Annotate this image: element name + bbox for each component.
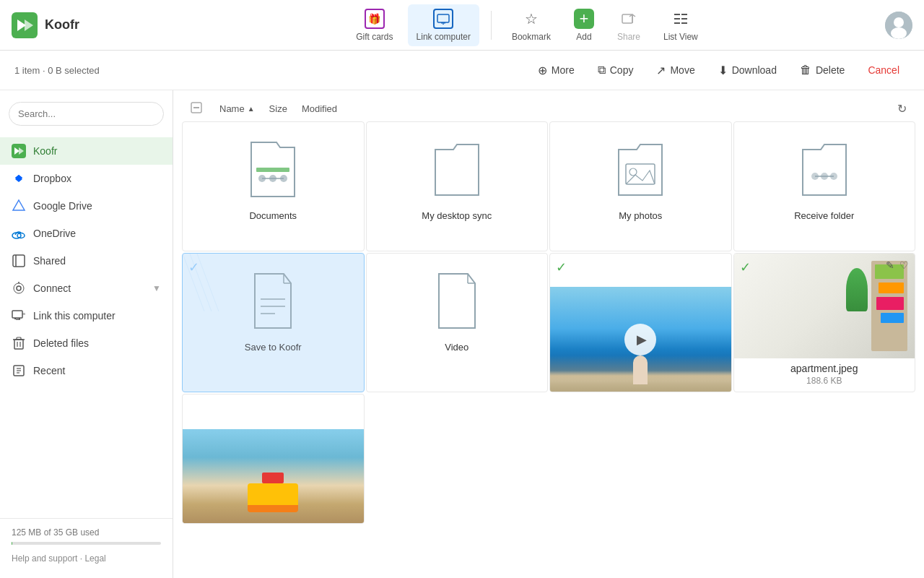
sidebar-item-label: Recent	[33, 365, 65, 376]
sidebar-item-label: Google Drive	[33, 200, 92, 212]
delete-button[interactable]: 🗑 Delete	[790, 59, 855, 81]
separator	[491, 11, 492, 40]
selected-checkmark: ✓	[188, 259, 199, 275]
svg-rect-10	[674, 18, 680, 20]
sidebar-item-label: OneDrive	[33, 228, 76, 239]
storage-bar-fill	[12, 542, 12, 545]
list-view-icon	[671, 9, 691, 29]
sidebar-item-onedrive[interactable]: OneDrive	[0, 220, 173, 247]
sidebar-item-label: Deleted files	[33, 337, 89, 349]
sidebar-item-connect[interactable]: Connect ▼	[0, 275, 173, 302]
list-item[interactable]: Video	[366, 253, 549, 392]
topbar-right	[869, 12, 912, 39]
list-item[interactable]: Receive folder	[733, 121, 916, 251]
share-icon	[619, 9, 639, 29]
edit-icon: ✎	[886, 259, 894, 271]
selected-checkmark-green2: ✓	[740, 259, 751, 275]
search-input[interactable]	[9, 102, 164, 126]
topbar: Koofr 🎁 Gift cards Link computer ☆ Bookm…	[0, 0, 924, 51]
add-icon: +	[574, 9, 594, 29]
main: Koofr Dropbox Google Drive OneDrive	[0, 90, 924, 578]
selected-checkmark-green: ✓	[556, 259, 567, 275]
svg-marker-20	[13, 200, 25, 210]
sidebar-item-label: Koofr	[33, 145, 57, 157]
link-this-computer-icon	[12, 309, 26, 323]
gift-cards-button[interactable]: 🎁 Gift cards	[347, 4, 401, 46]
svg-rect-13	[681, 22, 687, 24]
sidebar-item-shared[interactable]: Shared	[0, 247, 173, 275]
sidebar-bottom: 125 MB of 35 GB used Help and support · …	[0, 518, 173, 572]
svg-rect-44	[256, 168, 289, 172]
svg-line-57	[197, 254, 219, 311]
column-size[interactable]: Size	[269, 103, 287, 114]
move-button[interactable]: ↗ Move	[646, 59, 705, 82]
svg-rect-4	[441, 22, 445, 24]
list-item[interactable]: My desktop sync	[366, 121, 549, 251]
svg-rect-23	[13, 255, 25, 267]
koofr-icon	[12, 144, 26, 158]
add-button[interactable]: + Add	[565, 4, 603, 46]
svg-point-16	[891, 27, 907, 39]
file-video-icon	[428, 268, 486, 333]
svg-point-50	[629, 168, 637, 176]
svg-rect-37	[17, 337, 21, 340]
select-all-checkbox[interactable]	[191, 102, 205, 116]
file-name: Save to Koofr	[245, 342, 302, 353]
svg-point-26	[14, 283, 24, 293]
chevron-down-icon: ▼	[152, 283, 161, 293]
bookmark-button[interactable]: ☆ Bookmark	[503, 4, 559, 46]
svg-rect-11	[681, 18, 687, 20]
more-icon: ⊕	[538, 64, 547, 77]
move-icon: ↗	[656, 64, 666, 77]
cancel-button[interactable]: Cancel	[858, 60, 910, 80]
list-item[interactable]: Documents	[182, 121, 365, 251]
legal-link[interactable]: Legal	[84, 553, 105, 564]
sidebar-item-label: Dropbox	[33, 173, 71, 184]
svg-rect-3	[437, 14, 449, 22]
column-modified[interactable]: Modified	[302, 103, 337, 114]
svg-rect-9	[681, 14, 687, 15]
sidebar-item-google-drive[interactable]: Google Drive	[0, 192, 173, 220]
shared-icon	[12, 254, 26, 268]
svg-point-15	[894, 17, 904, 27]
svg-rect-8	[674, 14, 680, 15]
list-item[interactable]: ✓ Save to Koofr	[182, 253, 365, 392]
file-name: My desktop sync	[422, 210, 492, 221]
list-item[interactable]: ✓ ▶	[549, 253, 732, 392]
bookmark-icon: ☆	[521, 9, 541, 29]
storage-info: 125 MB of 35 GB used	[12, 527, 161, 538]
onedrive-icon	[12, 226, 26, 241]
refresh-button[interactable]: ↻	[897, 102, 907, 116]
sidebar-item-deleted[interactable]: Deleted files	[0, 329, 173, 357]
file-size: 188.6 KB	[801, 376, 847, 392]
recent-icon	[12, 363, 26, 378]
sidebar-item-link-computer[interactable]: Link this computer	[0, 302, 173, 329]
logo-area: Koofr	[12, 12, 185, 38]
list-item[interactable]: ✓ ✎ ♡ apartment.jpeg 188.6 KB	[733, 253, 916, 392]
help-links: Help and support · Legal	[12, 553, 161, 564]
folder-documents-icon	[244, 137, 302, 202]
sidebar-item-dropbox[interactable]: Dropbox	[0, 165, 173, 192]
link-computer-button[interactable]: Link computer	[408, 4, 479, 46]
share-button[interactable]: Share	[609, 4, 649, 46]
sort-icon: ▲	[248, 105, 255, 113]
list-item[interactable]: My photos	[549, 121, 732, 251]
sidebar-item-koofr[interactable]: Koofr	[0, 137, 173, 165]
download-button[interactable]: ⬇ Download	[708, 59, 787, 82]
list-view-button[interactable]: List View	[655, 4, 707, 46]
sidebar-item-label: Shared	[33, 255, 66, 267]
svg-rect-33	[14, 340, 23, 349]
list-item[interactable]	[182, 394, 365, 524]
file-name: My photos	[619, 210, 662, 221]
copy-button[interactable]: ⧉ Copy	[588, 59, 644, 81]
topbar-actions: 🎁 Gift cards Link computer ☆ Bookmark + …	[185, 4, 869, 46]
help-link[interactable]: Help and support	[12, 553, 77, 564]
more-button[interactable]: ⊕ More	[528, 59, 585, 82]
column-name[interactable]: Name ▲	[219, 103, 255, 114]
avatar[interactable]	[885, 12, 912, 39]
svg-rect-28	[12, 311, 22, 318]
folder-receive-icon	[796, 137, 853, 202]
sidebar-item-recent[interactable]: Recent	[0, 357, 173, 384]
download-icon: ⬇	[718, 64, 728, 77]
google-drive-icon	[12, 199, 26, 213]
